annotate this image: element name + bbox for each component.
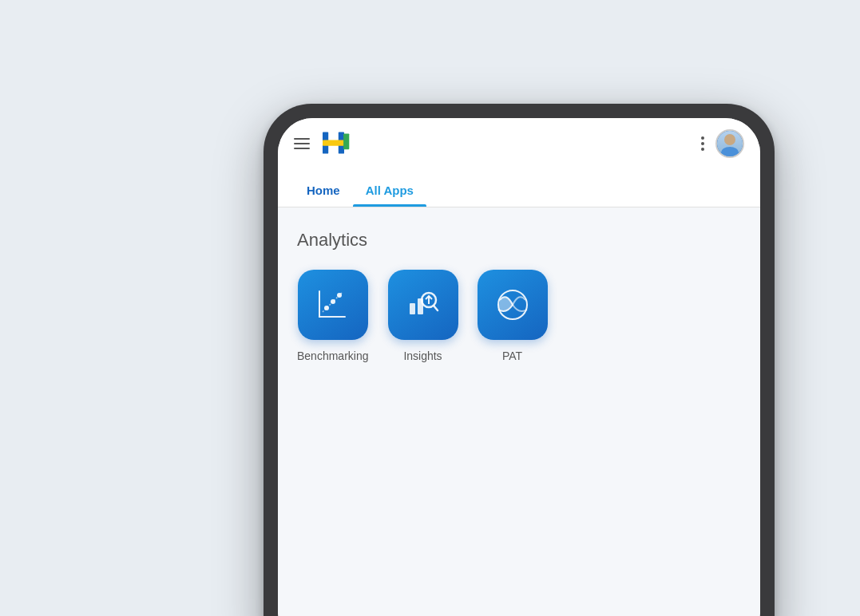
section-title: Analytics	[297, 230, 741, 251]
app-bar-right	[701, 129, 744, 158]
phone-shell: Home All Apps Analytics	[264, 104, 775, 616]
svg-rect-5	[319, 316, 346, 318]
avatar-head	[724, 134, 735, 145]
hamburger-menu-button[interactable]	[294, 138, 310, 149]
user-avatar[interactable]	[715, 129, 744, 158]
insights-icon-bg	[388, 270, 458, 340]
tab-all-apps[interactable]: All Apps	[353, 174, 426, 207]
benchmarking-label: Benchmarking	[297, 349, 369, 362]
svg-line-9	[323, 293, 342, 312]
svg-rect-10	[410, 303, 415, 314]
svg-line-14	[434, 306, 438, 310]
app-item-insights[interactable]: Insights	[388, 270, 458, 362]
app-item-pat[interactable]: PAT	[478, 270, 548, 362]
insights-label: Insights	[403, 349, 442, 362]
svg-rect-4	[319, 290, 320, 318]
more-options-button[interactable]	[701, 136, 704, 151]
content-area: Analytics	[278, 207, 760, 385]
svg-rect-2	[323, 140, 344, 146]
benchmarking-icon-bg	[298, 270, 368, 340]
app-grid: Benchmarking	[297, 270, 741, 362]
analytics-search-icon	[402, 284, 444, 326]
app-bar	[278, 118, 760, 169]
app-item-benchmarking[interactable]: Benchmarking	[297, 270, 369, 362]
nav-tabs: Home All Apps	[278, 169, 760, 207]
avatar-image	[717, 129, 743, 158]
scene: Home All Apps Analytics	[0, 0, 860, 616]
phone-screen: Home All Apps Analytics	[278, 118, 760, 616]
pat-icon-bg	[478, 270, 548, 340]
symantec-like-icon	[492, 284, 533, 326]
app-logo	[323, 132, 351, 156]
avatar-body	[721, 147, 739, 158]
svg-rect-3	[343, 133, 349, 149]
tab-home[interactable]: Home	[294, 174, 353, 207]
pat-label: PAT	[502, 349, 522, 362]
chart-scatter-icon	[312, 284, 354, 326]
